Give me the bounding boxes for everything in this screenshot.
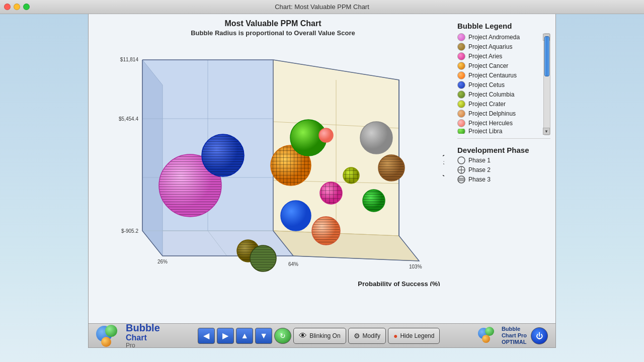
bcp-line3: OPTIMAL <box>502 339 527 345</box>
app-logo: Bubble Chart Pro <box>96 322 160 349</box>
phase2-icon <box>457 166 465 174</box>
legend-scrollbar[interactable]: ▲ ▼ <box>543 33 550 135</box>
logo-bubble-text: Bubble <box>126 322 160 333</box>
legend-label-hercules: Project Hercules <box>468 120 513 127</box>
hide-legend-button[interactable]: ● Hide Legend <box>388 328 440 344</box>
legend-bubble-hercules <box>457 119 465 127</box>
logo-bubbles <box>96 325 124 347</box>
eye-icon: 👁 <box>299 331 307 340</box>
list-item: Project Delphinus <box>457 110 542 118</box>
phase1-label: Phase 1 <box>468 157 491 164</box>
list-item: Project Cancer <box>457 62 542 70</box>
bcp-bubble-2 <box>485 327 494 336</box>
legend-bubble-aries <box>457 52 465 60</box>
blinking-on-label: Blinking On <box>309 332 340 339</box>
legend-scroll-down[interactable]: ▼ <box>543 128 550 135</box>
chart-area: Most Valuable PPM Chart Bubble Radius is… <box>89 14 555 323</box>
logo-bubble-green <box>105 325 117 337</box>
title-bar: Chart: Most Valuable PPM Chart <box>0 0 644 14</box>
legend-bubble-centaurus <box>457 71 465 79</box>
logo-pro-text: Pro <box>126 342 160 349</box>
list-item: Project Hercules <box>457 119 542 127</box>
legend-bubble-cetus <box>457 81 465 89</box>
legend-divider <box>457 138 550 139</box>
bubbles-icon: ● <box>393 332 397 340</box>
forward-button[interactable]: ▶ <box>217 328 234 344</box>
bcp-line2: Chart Pro <box>502 332 527 339</box>
toolbar-center: ◀ ▶ ▲ ▼ ↻ 👁 Blinking On ⚙ Modify ● Hide … <box>198 328 440 344</box>
legend-bubble-aquarius <box>457 43 465 51</box>
modify-button[interactable]: ⚙ Modify <box>348 328 386 344</box>
legend-bubble-crater <box>457 100 465 108</box>
window-controls <box>4 4 30 10</box>
blinking-on-button[interactable]: 👁 Blinking On <box>293 328 346 344</box>
legend-scrollbar-thumb[interactable] <box>544 36 549 76</box>
svg-text:103%: 103% <box>409 264 422 269</box>
svg-text:26%: 26% <box>157 259 168 264</box>
back-button[interactable]: ◀ <box>198 328 215 344</box>
chart-canvas: $11,814 $5,454.4 $-905.2 26% 64% 103% $-… <box>102 40 444 286</box>
list-item: Project Centaurus <box>457 71 542 79</box>
list-item: Project Cetus <box>457 81 542 89</box>
svg-text:64%: 64% <box>288 261 298 267</box>
legend-label-cetus: Project Cetus <box>468 81 505 88</box>
list-item: Project Andromeda <box>457 33 542 41</box>
legend-label-cancer: Project Cancer <box>468 62 508 69</box>
legend-label-andromeda: Project Andromeda <box>468 34 520 41</box>
logo-bubble-orange <box>101 337 111 347</box>
down-button[interactable]: ▼ <box>255 328 272 344</box>
gear-icon: ⚙ <box>354 332 360 340</box>
hide-legend-label: Hide Legend <box>400 332 434 339</box>
legend-label-columbia: Project Columbia <box>468 91 514 98</box>
legend-bubble-andromeda <box>457 33 465 41</box>
window-title: Chart: Most Valuable PPM Chart <box>275 3 369 11</box>
legend-label-crater: Project Crater <box>468 101 506 108</box>
main-window: Most Valuable PPM Chart Bubble Radius is… <box>88 14 556 348</box>
legend-label-aries: Project Aries <box>468 53 502 60</box>
svg-point-80 <box>458 157 465 164</box>
phase-item-3: Phase 3 <box>457 175 550 184</box>
refresh-button[interactable]: ↻ <box>274 328 291 344</box>
maximize-button[interactable] <box>23 4 30 10</box>
bcp-logo: Bubble Chart Pro OPTIMAL <box>478 326 527 346</box>
bcp-bubbles <box>478 327 499 345</box>
list-item: Project Crater <box>457 100 542 108</box>
legend-bubble-delphinus <box>457 110 465 118</box>
svg-text:$11,814: $11,814 <box>120 57 138 62</box>
minimize-button[interactable] <box>14 4 20 10</box>
legend-label-libra: Project Libra <box>468 129 502 134</box>
phase2-label: Phase 2 <box>468 166 491 173</box>
bubble-legend-title: Bubble Legend <box>457 22 550 30</box>
legend-bubble-columbia <box>457 90 465 99</box>
legend-label-centaurus: Project Centaurus <box>468 72 517 79</box>
legend-section: Bubble Legend ▲ ▼ Project Andromeda Proj… <box>457 19 550 321</box>
svg-text:$-905.2: $-905.2 <box>121 228 138 234</box>
legend-label-delphinus: Project Delphinus <box>468 110 516 117</box>
chart-section: Most Valuable PPM Chart Bubble Radius is… <box>94 19 452 321</box>
dev-phase-title: Development Phase <box>457 146 550 154</box>
legend-bubble-libra <box>457 129 465 134</box>
svg-text:$-106.4: $-106.4 <box>160 286 177 286</box>
chart-subtitle: Bubble Radius is proportional to Overall… <box>191 29 355 37</box>
close-button[interactable] <box>4 4 11 10</box>
svg-text:$5,454.4: $5,454.4 <box>119 116 138 122</box>
chart-title: Most Valuable PPM Chart <box>224 19 321 28</box>
phase1-icon <box>457 156 465 164</box>
svg-text:Probability of Success (%): Probability of Success (%) <box>358 280 440 286</box>
svg-text:NPV (x$,000): NPV (x$,000) <box>443 140 444 177</box>
list-item: Project Aries <box>457 52 542 60</box>
phase3-icon <box>457 175 465 184</box>
list-item: Project Libra <box>457 129 542 134</box>
toolbar-right: Bubble Chart Pro OPTIMAL ⏻ <box>478 326 548 346</box>
list-item: Project Columbia <box>457 90 542 99</box>
list-item: Project Aquarius <box>457 43 542 51</box>
power-button[interactable]: ⏻ <box>531 327 548 344</box>
phase-item-2: Phase 2 <box>457 166 550 174</box>
phase3-label: Phase 3 <box>468 176 491 183</box>
legend-label-aquarius: Project Aquarius <box>468 43 512 50</box>
bcp-line1: Bubble <box>502 326 527 332</box>
bottom-toolbar: Bubble Chart Pro ◀ ▶ ▲ ▼ ↻ 👁 Blinking On… <box>89 323 555 347</box>
svg-marker-4 <box>142 60 163 256</box>
bcp-text: Bubble Chart Pro OPTIMAL <box>502 326 527 346</box>
up-button[interactable]: ▲ <box>236 328 253 344</box>
